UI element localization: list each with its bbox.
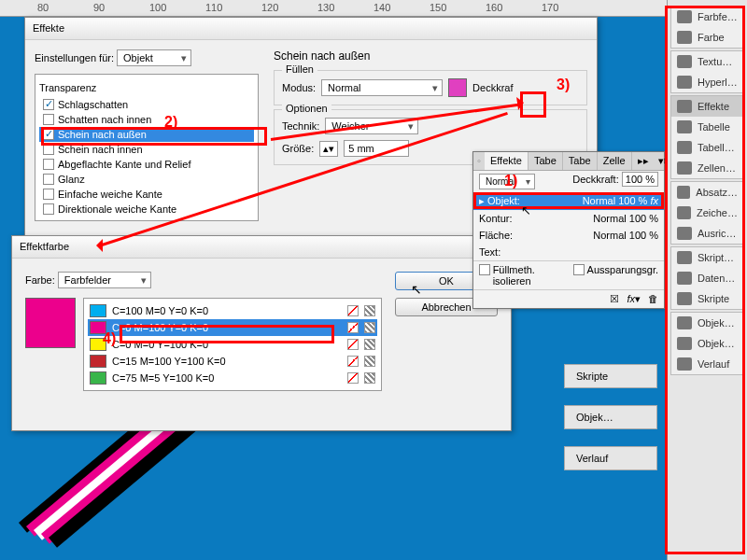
cursor-icon: ↖: [411, 282, 422, 297]
diag-icon: [347, 339, 359, 350]
panel-verlauf[interactable]: Verlauf: [564, 446, 657, 470]
diag-icon: [347, 322, 359, 333]
effect-item[interactable]: Einfache weiche Kante: [39, 187, 254, 202]
fillmeth-checkbox[interactable]: [479, 264, 490, 275]
diag-icon: [347, 305, 359, 316]
tab-tabelle2[interactable]: Tabe: [563, 152, 598, 170]
panel-icon: [677, 31, 692, 44]
side-panel-item[interactable]: Skripte: [671, 288, 743, 309]
panel-icon: [677, 186, 690, 199]
swatch-row[interactable]: C=15 M=100 Y=100 K=0: [88, 353, 377, 370]
panel-target-row[interactable]: ▸ Objekt:Normal 100 % fx: [473, 192, 664, 210]
clear-fx-icon[interactable]: ☒: [610, 293, 619, 305]
swatch-icon: [90, 321, 106, 334]
panel-icon: [677, 337, 692, 350]
collapsed-panels: Skripte Objek… Verlauf: [564, 364, 657, 472]
effect-item[interactable]: Schatten nach innen: [39, 112, 254, 127]
color-dialog: Effektfarbe Farbe: Farbfelder C=100 M=0 …: [11, 235, 512, 431]
side-panel-item[interactable]: Ausric…: [671, 223, 743, 244]
side-panel-item[interactable]: Skript…: [671, 247, 743, 268]
swatch-list[interactable]: C=100 M=0 Y=0 K=0C=0 M=100 Y=0 K=0C=0 M=…: [83, 298, 382, 391]
reg-icon: [364, 339, 375, 350]
effect-checkbox[interactable]: [43, 203, 54, 215]
side-panel-item[interactable]: Tabelle: [671, 117, 743, 137]
panel-icon: [677, 55, 692, 68]
fx-icon[interactable]: fx▾: [627, 293, 641, 305]
effects-panel: ◦ Effekte Tabe Tabe Zelle ▸▸ ▾≡ Normal D…: [472, 151, 665, 309]
panel-tabs: ◦ Effekte Tabe Tabe Zelle ▸▸ ▾≡: [473, 152, 664, 171]
effect-checkbox[interactable]: [43, 174, 54, 185]
side-panel-item[interactable]: Objek…: [671, 333, 743, 354]
panel-skripte[interactable]: Skripte: [564, 364, 657, 388]
effect-color-well[interactable]: [448, 78, 467, 97]
swatch-icon: [90, 371, 106, 385]
panel-icon: [677, 10, 692, 23]
panel-icon: [677, 272, 692, 285]
panel-icon: [677, 316, 692, 329]
effect-checkbox[interactable]: [43, 159, 54, 170]
side-panel-item[interactable]: Hyperl…: [671, 72, 743, 92]
reg-icon: [364, 305, 375, 316]
swatch-icon: [90, 355, 106, 368]
swatch-row[interactable]: C=0 M=100 Y=0 K=0: [88, 319, 377, 336]
technique-label: Technik:: [282, 120, 319, 132]
effect-item[interactable]: Abgeflachte Kante und Relief: [39, 157, 254, 172]
side-panel-item[interactable]: Daten…: [671, 268, 743, 288]
settings-for-dropdown[interactable]: Objekt: [117, 49, 191, 66]
mode-dropdown[interactable]: Normal: [321, 79, 443, 96]
panel-target-row[interactable]: Kontur:Normal 100 %: [473, 210, 664, 227]
blend-dropdown[interactable]: Normal: [479, 174, 535, 189]
color-label: Farbe:: [25, 274, 55, 286]
mode-label: Modus:: [282, 82, 316, 93]
panel-objekt[interactable]: Objek…: [564, 405, 657, 429]
aussp-checkbox[interactable]: [573, 264, 585, 275]
effect-item[interactable]: Glanz: [39, 172, 254, 187]
side-panel-item[interactable]: Zellen…: [671, 158, 743, 178]
side-panel-item[interactable]: Verlauf: [671, 354, 743, 374]
dialog-title: Effekte: [25, 18, 597, 40]
side-panel-item[interactable]: Farbfe…: [671, 7, 743, 27]
side-panel-item[interactable]: Objek…: [671, 313, 743, 333]
swatch-row[interactable]: C=75 M=5 Y=100 K=0: [88, 370, 377, 386]
panel-icon: [677, 76, 692, 89]
tab-zelle[interactable]: Zelle: [598, 152, 632, 170]
panel-icon: [677, 251, 692, 264]
transparency-header: Transparenz: [39, 82, 254, 93]
effect-checkbox[interactable]: [43, 114, 54, 125]
panel-target-row[interactable]: Text:: [473, 244, 664, 260]
swatch-row[interactable]: C=100 M=0 Y=0 K=0: [88, 302, 377, 319]
side-panel-item[interactable]: Tabell…: [671, 137, 743, 158]
panel-icon: [677, 141, 692, 154]
swatch-icon: [90, 304, 106, 317]
color-mode-dropdown[interactable]: Farbfelder: [58, 272, 151, 288]
diag-icon: [347, 356, 359, 367]
effect-checkbox[interactable]: [43, 129, 54, 140]
side-panel-item[interactable]: Farbe: [671, 27, 743, 48]
effect-item[interactable]: Schlagschatten: [39, 97, 254, 112]
effect-checkbox[interactable]: [43, 99, 54, 110]
size-label: Größe:: [282, 143, 314, 154]
panel-target-row[interactable]: Fläche:Normal 100 %: [473, 227, 664, 244]
panel-icon: [677, 161, 692, 175]
size-stepper[interactable]: ▴▾: [319, 141, 338, 157]
transparency-list: Transparenz SchlagschattenSchatten nach …: [35, 74, 259, 221]
trash-icon[interactable]: 🗑: [648, 293, 658, 305]
tab-tabelle[interactable]: Tabe: [529, 152, 563, 170]
effect-checkbox[interactable]: [43, 189, 54, 200]
effect-title: Schein nach außen: [274, 49, 587, 63]
panel-icon: [677, 292, 692, 305]
panel-more-icon[interactable]: ▸▸: [632, 152, 655, 170]
tab-effekte[interactable]: Effekte: [485, 152, 529, 170]
color-preview: [25, 298, 76, 348]
swatch-row[interactable]: C=0 M=0 Y=100 K=0: [88, 336, 377, 353]
side-panel-item[interactable]: Effekte: [671, 96, 743, 117]
side-panel-item[interactable]: Absatz…: [671, 182, 743, 203]
panel-icon: [677, 227, 692, 240]
opacity-field[interactable]: 100 %: [622, 172, 658, 187]
side-panel-item[interactable]: Textu…: [671, 51, 743, 72]
effect-checkbox[interactable]: [43, 144, 54, 155]
fill-group: Füllen Modus: Normal Deckkraf: [274, 70, 587, 105]
effect-item[interactable]: Schein nach außen: [39, 127, 254, 142]
side-panel-item[interactable]: Zeiche…: [671, 203, 743, 223]
effect-item[interactable]: Schein nach innen: [39, 142, 254, 157]
